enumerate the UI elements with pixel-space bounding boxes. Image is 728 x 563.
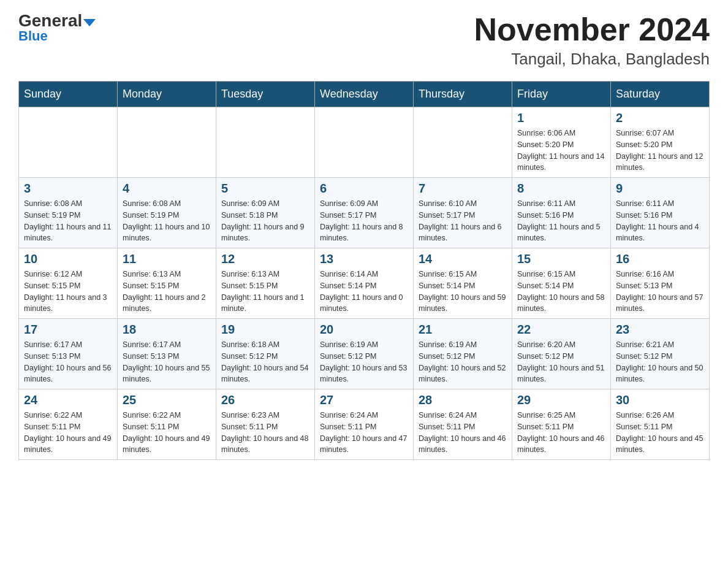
calendar-cell: 12Sunrise: 6:13 AMSunset: 5:15 PMDayligh…: [216, 248, 315, 319]
day-info: Sunrise: 6:24 AMSunset: 5:11 PMDaylight:…: [320, 410, 408, 456]
day-info: Sunrise: 6:13 AMSunset: 5:15 PMDaylight:…: [123, 269, 211, 315]
calendar-cell: 13Sunrise: 6:14 AMSunset: 5:14 PMDayligh…: [315, 248, 414, 319]
day-number: 24: [24, 393, 112, 407]
calendar-cell: [19, 107, 118, 178]
day-info: Sunrise: 6:17 AMSunset: 5:13 PMDaylight:…: [24, 339, 112, 385]
day-number: 3: [24, 182, 112, 196]
day-number: 27: [320, 393, 408, 407]
day-number: 21: [419, 323, 507, 337]
calendar-cell: 27Sunrise: 6:24 AMSunset: 5:11 PMDayligh…: [315, 389, 414, 460]
day-number: 14: [419, 252, 507, 266]
day-info: Sunrise: 6:20 AMSunset: 5:12 PMDaylight:…: [517, 339, 605, 385]
col-monday: Monday: [118, 82, 216, 107]
day-number: 29: [517, 393, 605, 407]
day-number: 4: [123, 182, 211, 196]
day-info: Sunrise: 6:11 AMSunset: 5:16 PMDaylight:…: [616, 198, 704, 244]
calendar-cell: 5Sunrise: 6:09 AMSunset: 5:18 PMDaylight…: [216, 178, 315, 248]
day-info: Sunrise: 6:19 AMSunset: 5:12 PMDaylight:…: [320, 339, 408, 385]
calendar-cell: 20Sunrise: 6:19 AMSunset: 5:12 PMDayligh…: [315, 319, 414, 389]
logo: General Blue: [18, 12, 96, 43]
location-title: Tangail, Dhaka, Bangladesh: [474, 50, 710, 69]
day-info: Sunrise: 6:09 AMSunset: 5:18 PMDaylight:…: [221, 198, 309, 244]
calendar-cell: 15Sunrise: 6:15 AMSunset: 5:14 PMDayligh…: [512, 248, 611, 319]
calendar-cell: 23Sunrise: 6:21 AMSunset: 5:12 PMDayligh…: [611, 319, 710, 389]
day-number: 9: [616, 182, 704, 196]
day-info: Sunrise: 6:17 AMSunset: 5:13 PMDaylight:…: [123, 339, 211, 385]
day-info: Sunrise: 6:14 AMSunset: 5:14 PMDaylight:…: [320, 269, 408, 315]
day-number: 13: [320, 252, 408, 266]
calendar-week-4: 17Sunrise: 6:17 AMSunset: 5:13 PMDayligh…: [19, 319, 710, 389]
day-info: Sunrise: 6:19 AMSunset: 5:12 PMDaylight:…: [419, 339, 507, 385]
calendar-cell: [315, 107, 414, 178]
page-header: General Blue November 2024 Tangail, Dhak…: [18, 12, 710, 69]
day-number: 19: [221, 323, 309, 337]
day-info: Sunrise: 6:13 AMSunset: 5:15 PMDaylight:…: [221, 269, 309, 315]
calendar-cell: [118, 107, 216, 178]
calendar-week-3: 10Sunrise: 6:12 AMSunset: 5:15 PMDayligh…: [19, 248, 710, 319]
calendar-cell: 9Sunrise: 6:11 AMSunset: 5:16 PMDaylight…: [611, 178, 710, 248]
day-number: 1: [517, 111, 605, 125]
calendar-cell: 29Sunrise: 6:25 AMSunset: 5:11 PMDayligh…: [512, 389, 611, 460]
logo-blue: Blue: [18, 29, 48, 43]
day-info: Sunrise: 6:15 AMSunset: 5:14 PMDaylight:…: [517, 269, 605, 315]
col-friday: Friday: [512, 82, 611, 107]
day-info: Sunrise: 6:21 AMSunset: 5:12 PMDaylight:…: [616, 339, 704, 385]
day-info: Sunrise: 6:18 AMSunset: 5:12 PMDaylight:…: [221, 339, 309, 385]
day-number: 20: [320, 323, 408, 337]
calendar-cell: 2Sunrise: 6:07 AMSunset: 5:20 PMDaylight…: [611, 107, 710, 178]
day-info: Sunrise: 6:06 AMSunset: 5:20 PMDaylight:…: [517, 128, 605, 174]
logo-general: General: [18, 11, 82, 30]
calendar-cell: 25Sunrise: 6:22 AMSunset: 5:11 PMDayligh…: [118, 389, 216, 460]
calendar-cell: 10Sunrise: 6:12 AMSunset: 5:15 PMDayligh…: [19, 248, 118, 319]
day-info: Sunrise: 6:25 AMSunset: 5:11 PMDaylight:…: [517, 410, 605, 456]
logo-triangle-icon: [83, 19, 96, 26]
calendar-cell: 24Sunrise: 6:22 AMSunset: 5:11 PMDayligh…: [19, 389, 118, 460]
title-section: November 2024 Tangail, Dhaka, Bangladesh: [474, 12, 710, 69]
calendar-cell: 22Sunrise: 6:20 AMSunset: 5:12 PMDayligh…: [512, 319, 611, 389]
day-info: Sunrise: 6:07 AMSunset: 5:20 PMDaylight:…: [616, 128, 704, 174]
calendar-cell: 26Sunrise: 6:23 AMSunset: 5:11 PMDayligh…: [216, 389, 315, 460]
day-number: 28: [419, 393, 507, 407]
calendar-cell: 3Sunrise: 6:08 AMSunset: 5:19 PMDaylight…: [19, 178, 118, 248]
day-info: Sunrise: 6:16 AMSunset: 5:13 PMDaylight:…: [616, 269, 704, 315]
day-number: 7: [419, 182, 507, 196]
calendar-cell: 21Sunrise: 6:19 AMSunset: 5:12 PMDayligh…: [414, 319, 512, 389]
day-number: 23: [616, 323, 704, 337]
day-number: 26: [221, 393, 309, 407]
calendar-week-2: 3Sunrise: 6:08 AMSunset: 5:19 PMDaylight…: [19, 178, 710, 248]
calendar-table: Sunday Monday Tuesday Wednesday Thursday…: [18, 81, 710, 460]
day-number: 8: [517, 182, 605, 196]
logo-text: General: [18, 12, 96, 29]
day-number: 11: [123, 252, 211, 266]
day-info: Sunrise: 6:22 AMSunset: 5:11 PMDaylight:…: [24, 410, 112, 456]
calendar-cell: 28Sunrise: 6:24 AMSunset: 5:11 PMDayligh…: [414, 389, 512, 460]
calendar-cell: 7Sunrise: 6:10 AMSunset: 5:17 PMDaylight…: [414, 178, 512, 248]
calendar-week-5: 24Sunrise: 6:22 AMSunset: 5:11 PMDayligh…: [19, 389, 710, 460]
calendar-cell: 18Sunrise: 6:17 AMSunset: 5:13 PMDayligh…: [118, 319, 216, 389]
day-number: 5: [221, 182, 309, 196]
day-info: Sunrise: 6:08 AMSunset: 5:19 PMDaylight:…: [123, 198, 211, 244]
calendar-cell: 6Sunrise: 6:09 AMSunset: 5:17 PMDaylight…: [315, 178, 414, 248]
calendar-header-row: Sunday Monday Tuesday Wednesday Thursday…: [19, 82, 710, 107]
day-info: Sunrise: 6:24 AMSunset: 5:11 PMDaylight:…: [419, 410, 507, 456]
col-sunday: Sunday: [19, 82, 118, 107]
day-number: 30: [616, 393, 704, 407]
calendar-cell: 14Sunrise: 6:15 AMSunset: 5:14 PMDayligh…: [414, 248, 512, 319]
calendar-cell: [216, 107, 315, 178]
month-title: November 2024: [474, 12, 710, 47]
calendar-cell: 16Sunrise: 6:16 AMSunset: 5:13 PMDayligh…: [611, 248, 710, 319]
calendar-cell: 8Sunrise: 6:11 AMSunset: 5:16 PMDaylight…: [512, 178, 611, 248]
day-info: Sunrise: 6:08 AMSunset: 5:19 PMDaylight:…: [24, 198, 112, 244]
day-number: 18: [123, 323, 211, 337]
day-info: Sunrise: 6:09 AMSunset: 5:17 PMDaylight:…: [320, 198, 408, 244]
day-number: 22: [517, 323, 605, 337]
day-info: Sunrise: 6:22 AMSunset: 5:11 PMDaylight:…: [123, 410, 211, 456]
day-number: 25: [123, 393, 211, 407]
col-saturday: Saturday: [611, 82, 710, 107]
day-info: Sunrise: 6:23 AMSunset: 5:11 PMDaylight:…: [221, 410, 309, 456]
calendar-cell: 30Sunrise: 6:26 AMSunset: 5:11 PMDayligh…: [611, 389, 710, 460]
day-info: Sunrise: 6:10 AMSunset: 5:17 PMDaylight:…: [419, 198, 507, 244]
day-number: 10: [24, 252, 112, 266]
day-number: 17: [24, 323, 112, 337]
col-tuesday: Tuesday: [216, 82, 315, 107]
